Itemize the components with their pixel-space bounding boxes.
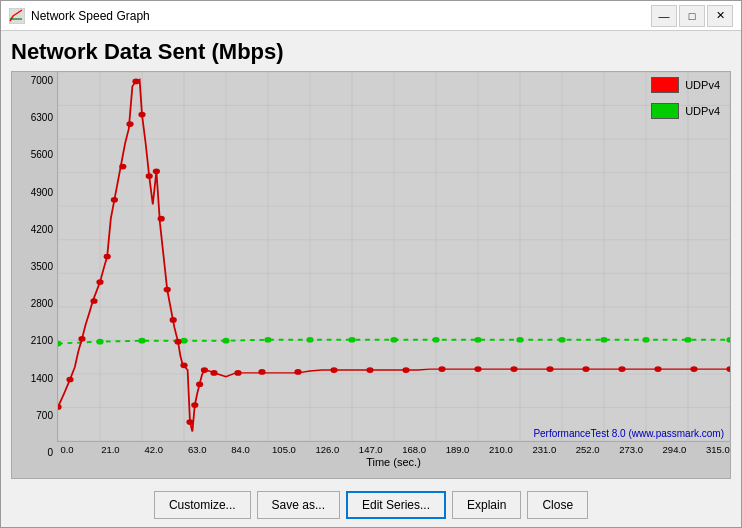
legend-label-1: UDPv4 (685, 79, 720, 91)
svg-point-64 (180, 362, 187, 368)
svg-point-51 (96, 279, 103, 285)
close-button[interactable]: Close (527, 491, 588, 519)
svg-point-57 (138, 112, 145, 118)
svg-point-45 (684, 337, 691, 343)
svg-point-42 (558, 337, 565, 343)
svg-point-75 (402, 367, 409, 373)
x-label-105: 105.0 (272, 444, 296, 455)
svg-point-33 (180, 338, 187, 344)
svg-point-80 (582, 366, 589, 372)
x-label-21: 21.0 (98, 444, 122, 455)
y-label-6300: 6300 (31, 113, 53, 123)
x-label-147: 147.0 (359, 444, 383, 455)
svg-point-70 (234, 370, 241, 376)
svg-point-73 (330, 367, 337, 373)
window-icon (9, 8, 25, 24)
legend: UDPv4 UDPv4 (651, 77, 720, 119)
x-label-63: 63.0 (185, 444, 209, 455)
x-axis-title: Time (sec.) (57, 456, 730, 468)
svg-point-37 (348, 337, 355, 343)
svg-point-58 (146, 173, 153, 179)
svg-point-46 (726, 337, 730, 343)
close-window-button[interactable]: ✕ (707, 5, 733, 27)
svg-point-40 (474, 337, 481, 343)
y-axis: 7000 6300 5600 4900 4200 3500 2800 2100 … (12, 72, 57, 478)
legend-label-2: UDPv4 (685, 105, 720, 117)
save-as-button[interactable]: Save as... (257, 491, 340, 519)
svg-point-54 (119, 164, 126, 170)
x-label-210: 210.0 (489, 444, 513, 455)
chart-container: 7000 6300 5600 4900 4200 3500 2800 2100 … (11, 71, 731, 479)
svg-point-60 (158, 216, 165, 222)
svg-point-78 (510, 366, 517, 372)
svg-point-74 (366, 367, 373, 373)
svg-point-79 (546, 366, 553, 372)
svg-point-50 (90, 298, 97, 304)
svg-point-82 (654, 366, 661, 372)
x-label-84: 84.0 (229, 444, 253, 455)
svg-point-48 (66, 377, 73, 383)
svg-point-47 (58, 404, 62, 410)
x-axis: 0.0 21.0 42.0 63.0 84.0 105.0 126.0 147.… (57, 442, 730, 478)
customize-button[interactable]: Customize... (154, 491, 251, 519)
y-label-700: 700 (36, 411, 53, 421)
maximize-button[interactable]: □ (679, 5, 705, 27)
svg-point-62 (170, 317, 177, 323)
legend-swatch-red (651, 77, 679, 93)
title-bar: Network Speed Graph — □ ✕ (1, 1, 741, 31)
y-label-4900: 4900 (31, 188, 53, 198)
minimize-button[interactable]: — (651, 5, 677, 27)
window-title: Network Speed Graph (31, 9, 150, 23)
svg-point-65 (186, 419, 193, 425)
x-labels: 0.0 21.0 42.0 63.0 84.0 105.0 126.0 147.… (55, 442, 730, 455)
svg-point-53 (111, 197, 118, 203)
x-label-252: 252.0 (576, 444, 600, 455)
main-window: Network Speed Graph — □ ✕ Network Data S… (0, 0, 742, 528)
svg-point-32 (138, 338, 145, 344)
x-label-294: 294.0 (662, 444, 686, 455)
svg-point-59 (153, 169, 160, 175)
svg-point-35 (264, 337, 271, 343)
chart-main: UDPv4 UDPv4 PerformanceTest 8.0 (www.pas… (57, 72, 730, 478)
explain-button[interactable]: Explain (452, 491, 521, 519)
svg-point-49 (78, 336, 85, 342)
x-label-273: 273.0 (619, 444, 643, 455)
svg-point-36 (306, 337, 313, 343)
svg-point-83 (690, 366, 697, 372)
x-label-0: 0.0 (55, 444, 79, 455)
y-label-7000: 7000 (31, 76, 53, 86)
svg-point-76 (438, 366, 445, 372)
x-label-231: 231.0 (532, 444, 556, 455)
svg-point-30 (58, 341, 62, 347)
x-label-42: 42.0 (142, 444, 166, 455)
svg-point-84 (726, 366, 730, 372)
footer: Customize... Save as... Edit Series... E… (1, 483, 741, 527)
legend-swatch-green (651, 103, 679, 119)
svg-point-41 (516, 337, 523, 343)
y-label-1400: 1400 (31, 374, 53, 384)
y-label-2100: 2100 (31, 336, 53, 346)
svg-point-77 (474, 366, 481, 372)
svg-point-61 (164, 287, 171, 293)
legend-item-2: UDPv4 (651, 103, 720, 119)
svg-point-39 (432, 337, 439, 343)
y-label-4200: 4200 (31, 225, 53, 235)
svg-point-68 (201, 367, 208, 373)
chart-plot: UDPv4 UDPv4 PerformanceTest 8.0 (www.pas… (57, 72, 730, 442)
svg-point-38 (390, 337, 397, 343)
svg-point-34 (222, 338, 229, 344)
svg-point-67 (196, 381, 203, 387)
svg-point-81 (618, 366, 625, 372)
svg-point-55 (126, 121, 133, 127)
svg-point-31 (96, 339, 103, 345)
y-label-5600: 5600 (31, 150, 53, 160)
svg-point-44 (642, 337, 649, 343)
svg-point-56 (132, 79, 139, 85)
svg-rect-0 (9, 8, 25, 24)
chart-svg (58, 72, 730, 441)
y-label-3500: 3500 (31, 262, 53, 272)
edit-series-button[interactable]: Edit Series... (346, 491, 446, 519)
y-label-2800: 2800 (31, 299, 53, 309)
chart-title: Network Data Sent (Mbps) (11, 39, 731, 65)
svg-point-43 (600, 337, 607, 343)
